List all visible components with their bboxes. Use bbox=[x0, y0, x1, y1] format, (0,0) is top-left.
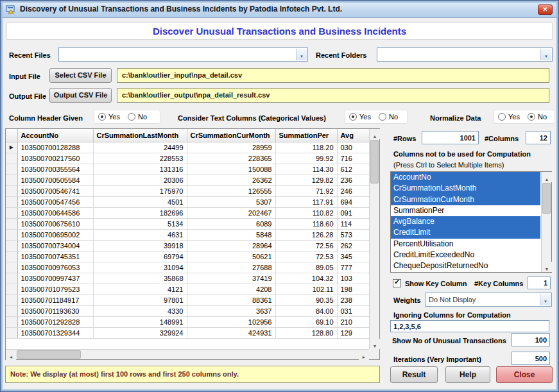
grid-cell[interactable]: 030 bbox=[337, 142, 369, 153]
table-row[interactable]: 10350070107952341214208102.11198 bbox=[6, 284, 369, 294]
grid-cell[interactable]: 103500700675610 bbox=[17, 218, 93, 229]
grid-cell[interactable]: 091 bbox=[337, 207, 369, 218]
grid-cell[interactable]: 103500701292828 bbox=[17, 316, 93, 327]
grid-cell[interactable]: 103500700546741 bbox=[17, 185, 93, 196]
table-row[interactable]: 103500700644586182696202467110.82091 bbox=[6, 207, 369, 218]
grid-cell[interactable]: 114 bbox=[337, 218, 369, 229]
grid-vertical-scrollbar[interactable] bbox=[369, 129, 379, 349]
table-row[interactable]: 10350070067561051346089118.60114 bbox=[6, 218, 369, 229]
table-row[interactable]: 103500700355564131316150088114.30612 bbox=[6, 164, 369, 175]
list-item[interactable]: AccountNo bbox=[391, 172, 540, 183]
scroll-down-icon[interactable] bbox=[370, 339, 380, 349]
scroll-right-icon[interactable] bbox=[359, 350, 369, 360]
grid-cell[interactable]: 262 bbox=[337, 240, 369, 251]
grid-cell[interactable]: 103500700547456 bbox=[17, 196, 93, 207]
grid-cell[interactable]: 88361 bbox=[187, 294, 275, 305]
grid-cell[interactable]: 246 bbox=[337, 185, 369, 196]
grid-cell[interactable]: 103500700745351 bbox=[17, 251, 93, 262]
listbox-scrollbar-thumb[interactable] bbox=[542, 183, 551, 214]
grid-cell[interactable]: 236 bbox=[337, 175, 369, 185]
table-row[interactable]: 1035007005055842030626362129.82236 bbox=[6, 175, 369, 185]
grid-cell[interactable]: 102.11 bbox=[275, 284, 337, 294]
input-file-path[interactable]: c:\bank\outlier_input\npa_detail.csv bbox=[117, 68, 549, 83]
recent-folders-combobox[interactable] bbox=[377, 47, 553, 62]
table-row[interactable]: 103500700734004399182896472.56262 bbox=[6, 240, 369, 251]
column-header-avg[interactable]: Avg bbox=[337, 129, 369, 142]
grid-cell[interactable]: 126555 bbox=[187, 185, 275, 196]
table-row[interactable]: 103500700745351697945062172.53345 bbox=[6, 251, 369, 262]
table-row[interactable]: 10350070129282814899110295669.10210 bbox=[6, 316, 369, 327]
grid-cell[interactable]: 103500700355564 bbox=[17, 164, 93, 175]
column-header-crsummationlastmonth[interactable]: CrSummationLastMonth bbox=[93, 129, 187, 142]
vertical-scrollbar-thumb[interactable] bbox=[370, 140, 379, 183]
chevron-down-icon[interactable] bbox=[540, 294, 551, 305]
listbox-scrollbar[interactable] bbox=[541, 172, 551, 272]
scroll-left-icon[interactable] bbox=[6, 350, 16, 360]
grid-cell[interactable]: 84.00 bbox=[275, 305, 337, 316]
grid-cell[interactable]: 6089 bbox=[187, 218, 275, 229]
column-header-crsummationcurmonth[interactable]: CrSummationCurMonth bbox=[187, 129, 275, 142]
grid-cell[interactable]: 126.28 bbox=[275, 229, 337, 240]
grid-cell[interactable]: 103500700217560 bbox=[17, 153, 93, 164]
grid-cell[interactable]: 175970 bbox=[93, 185, 187, 196]
grid-cell[interactable]: 5307 bbox=[187, 196, 275, 207]
grid-cell[interactable]: 90.35 bbox=[275, 294, 337, 305]
grid-cell[interactable]: 210 bbox=[337, 316, 369, 327]
grid-cell[interactable]: 228365 bbox=[187, 153, 275, 164]
grid-cell[interactable]: 128.80 bbox=[275, 327, 337, 338]
show-key-column-checkbox[interactable] bbox=[393, 279, 401, 287]
grid-cell[interactable]: 329924 bbox=[93, 327, 187, 338]
scroll-up-icon[interactable] bbox=[542, 172, 552, 182]
grid-cell[interactable]: 103500700695002 bbox=[17, 229, 93, 240]
grid-cell[interactable]: 716 bbox=[337, 153, 369, 164]
list-item[interactable]: SummationPer bbox=[391, 205, 540, 216]
row-header[interactable] bbox=[6, 251, 17, 262]
list-item[interactable]: AvgBalance bbox=[391, 216, 540, 227]
row-header[interactable] bbox=[6, 164, 17, 175]
grid-cell[interactable]: 110.82 bbox=[275, 207, 337, 218]
grid-cell[interactable]: 129 bbox=[337, 327, 369, 338]
close-button[interactable]: Close bbox=[496, 366, 553, 383]
grid-cell[interactable]: 148991 bbox=[93, 316, 187, 327]
table-row[interactable]: 103500701329344329924424931128.80129 bbox=[6, 327, 369, 338]
row-header[interactable] bbox=[6, 185, 17, 196]
current-row-indicator[interactable]: ▶ bbox=[6, 142, 17, 153]
grid-cell[interactable]: 4121 bbox=[93, 284, 187, 294]
output-csv-button[interactable]: Output CSV File bbox=[49, 88, 112, 103]
grid-cell[interactable]: 89.05 bbox=[275, 262, 337, 273]
row-header[interactable] bbox=[6, 229, 17, 240]
table-row[interactable]: 103500701184917978018836190.35238 bbox=[6, 294, 369, 305]
row-header[interactable] bbox=[6, 196, 17, 207]
list-item[interactable]: CrSummationLastMonth bbox=[391, 183, 540, 194]
close-window-button[interactable]: ✕ bbox=[538, 4, 553, 15]
grid-cell[interactable]: 228553 bbox=[93, 153, 187, 164]
table-row[interactable]: 10350070054674117597012655571.92246 bbox=[6, 185, 369, 196]
table-row[interactable]: 1035007009974373586837419104.32103 bbox=[6, 273, 369, 284]
table-row[interactable]: 103500700976053310942768889.05777 bbox=[6, 262, 369, 273]
list-item[interactable]: CreditLimitExceededNo bbox=[391, 250, 540, 260]
grid-cell[interactable]: 612 bbox=[337, 164, 369, 175]
grid-cell[interactable]: 150088 bbox=[187, 164, 275, 175]
table-row[interactable]: 10350070069500246315848126.28573 bbox=[6, 229, 369, 240]
table-row[interactable]: ▶1035007001282882449928959118.20030 bbox=[6, 142, 369, 153]
grid-cell[interactable]: 26362 bbox=[187, 175, 275, 185]
row-header[interactable] bbox=[6, 262, 17, 273]
row-header[interactable] bbox=[6, 218, 17, 229]
grid-cell[interactable]: 103 bbox=[337, 273, 369, 284]
grid-cell[interactable]: 35868 bbox=[93, 273, 187, 284]
row-header[interactable] bbox=[6, 294, 17, 305]
normalize-no-radio[interactable]: No bbox=[528, 113, 547, 121]
grid-cell[interactable]: 103500701184917 bbox=[17, 294, 93, 305]
grid-cell[interactable]: 424931 bbox=[187, 327, 275, 338]
key-columns-field[interactable] bbox=[528, 277, 551, 289]
column-header-accountno[interactable]: AccountNo bbox=[17, 129, 93, 142]
grid-cell[interactable]: 118.20 bbox=[275, 142, 337, 153]
grid-cell[interactable]: 103500701079523 bbox=[17, 284, 93, 294]
grid-cell[interactable]: 777 bbox=[337, 262, 369, 273]
select-csv-button[interactable]: Select CSV File bbox=[49, 68, 112, 83]
grid-cell[interactable]: 103500700505584 bbox=[17, 175, 93, 185]
grid-cell[interactable]: 117.91 bbox=[275, 196, 337, 207]
grid-cell[interactable]: 4631 bbox=[93, 229, 187, 240]
row-header[interactable] bbox=[6, 305, 17, 316]
result-button[interactable]: Result bbox=[390, 366, 438, 383]
